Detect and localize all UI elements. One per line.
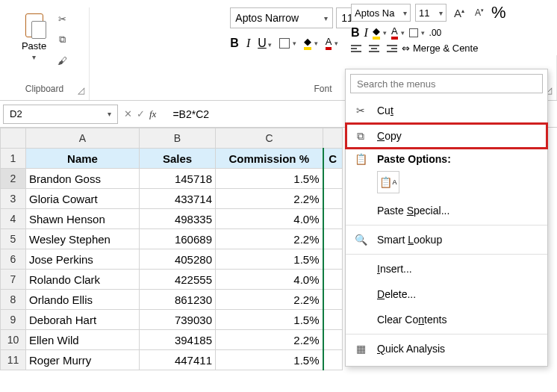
menu-item-smart-lookup[interactable]: 🔍 Smart Lookup (346, 227, 547, 252)
cut-icon[interactable]: ✂ (54, 10, 70, 27)
mini-shrink-font-button[interactable]: A▾ (472, 7, 487, 18)
menu-search-input[interactable] (350, 74, 543, 93)
mini-font-name-select[interactable]: Aptos Na▾ (351, 4, 411, 22)
cell-sales[interactable]: 145718 (140, 169, 216, 189)
row-header[interactable]: 2 (1, 169, 26, 189)
cell-d[interactable] (323, 209, 343, 229)
header-d-partial[interactable]: C (323, 149, 343, 169)
row-header[interactable]: 10 (1, 330, 26, 350)
cell-commission[interactable]: 2.2% (216, 290, 323, 310)
cell-name[interactable]: Deborah Hart (26, 310, 140, 330)
font-name-select[interactable]: Aptos Narrow ▾ (230, 7, 333, 28)
row-header[interactable]: 7 (1, 270, 26, 290)
row-header[interactable]: 4 (1, 209, 26, 229)
font-color-button[interactable]: A▾ (326, 36, 339, 50)
row-header[interactable]: 6 (1, 249, 26, 270)
cell-name[interactable]: Ellen Wild (26, 330, 140, 350)
cell-sales[interactable]: 160689 (140, 229, 216, 249)
col-header-A[interactable]: A (26, 128, 140, 149)
percent-button[interactable]: % (491, 3, 506, 22)
menu-item-quick-analysis[interactable]: ▦ Quick Analysis (346, 336, 547, 361)
menu-item-insert[interactable]: Insert... (346, 256, 547, 281)
mini-borders-button[interactable]: ▾ (409, 28, 425, 37)
menu-item-paste-special[interactable]: Paste Special... (346, 198, 547, 223)
cell-name[interactable]: Gloria Cowart (26, 189, 140, 209)
merge-center-button[interactable]: ⇔ Merge & Cente (402, 43, 478, 54)
cell-d[interactable] (323, 189, 343, 209)
underline-button[interactable]: U▾ (258, 37, 272, 50)
cell-d[interactable] (323, 290, 343, 310)
menu-item-copy[interactable]: ⧉ Copy (346, 123, 547, 149)
col-header-C[interactable]: C (216, 128, 323, 149)
align-center-icon[interactable] (369, 43, 379, 54)
cancel-formula-icon[interactable]: ✕ (124, 108, 132, 119)
format-painter-icon[interactable]: 🖌 (54, 52, 70, 69)
fx-icon[interactable]: fx (149, 108, 156, 120)
align-left-icon[interactable] (351, 43, 361, 54)
mini-italic-button[interactable]: I (364, 26, 368, 40)
formula-input[interactable]: =B2*C2 (162, 108, 209, 120)
cell-name[interactable]: Shawn Henson (26, 209, 140, 229)
paste-option-default[interactable]: 📋A (377, 171, 399, 193)
borders-button[interactable]: ▾ (279, 38, 296, 49)
cell-commission[interactable]: 1.5% (216, 249, 323, 270)
cell-d[interactable] (323, 169, 343, 189)
cell-commission[interactable]: 2.2% (216, 189, 323, 209)
header-sales[interactable]: Sales (140, 149, 216, 169)
cell-commission[interactable]: 1.5% (216, 310, 323, 330)
mini-bold-button[interactable]: B (351, 26, 360, 40)
cell-commission[interactable]: 2.2% (216, 229, 323, 249)
cell-name[interactable]: Jose Perkins (26, 249, 140, 270)
accept-formula-icon[interactable]: ✓ (137, 108, 145, 119)
clipboard-launcher-icon[interactable]: ◿ (78, 85, 84, 96)
cell-d[interactable] (323, 249, 343, 270)
row-header[interactable]: 8 (1, 290, 26, 310)
mini-font-color-button[interactable]: A▾ (391, 25, 405, 40)
row-header[interactable]: 9 (1, 310, 26, 330)
cell-commission[interactable]: 4.0% (216, 270, 323, 290)
mini-font-size-select[interactable]: 11▾ (415, 4, 446, 22)
header-commission[interactable]: Commission % (216, 149, 323, 169)
header-name[interactable]: Name (26, 149, 140, 169)
name-box[interactable]: D2 ▾ (3, 105, 118, 124)
row-header[interactable]: 3 (1, 189, 26, 209)
cell-commission[interactable]: 4.0% (216, 209, 323, 229)
row-header[interactable]: 11 (1, 350, 26, 370)
menu-item-cut[interactable]: ✂ Cut (346, 98, 547, 123)
fill-color-button[interactable]: ◆▾ (304, 36, 318, 50)
row-header[interactable]: 1 (1, 149, 26, 169)
bold-button[interactable]: B (230, 37, 239, 50)
cell-sales[interactable]: 422555 (140, 270, 216, 290)
col-header-D-partial[interactable] (323, 128, 343, 149)
cell-d[interactable] (323, 229, 343, 249)
cell-sales[interactable]: 405280 (140, 249, 216, 270)
paste-button[interactable]: Paste ▾ (19, 7, 49, 64)
cell-sales[interactable]: 447411 (140, 350, 216, 370)
mini-fill-color-button[interactable]: ◆▾ (373, 25, 387, 40)
cell-d[interactable] (323, 350, 343, 370)
cell-commission[interactable]: 2.2% (216, 330, 323, 350)
menu-item-clear-contents[interactable]: Clear Contents (346, 307, 547, 332)
cell-sales[interactable]: 861230 (140, 290, 216, 310)
cell-commission[interactable]: 1.5% (216, 169, 323, 189)
row-header[interactable]: 5 (1, 229, 26, 249)
decimal-button[interactable]: .00 (429, 28, 442, 38)
cell-sales[interactable]: 498335 (140, 209, 216, 229)
cell-sales[interactable]: 394185 (140, 330, 216, 350)
cell-name[interactable]: Rolando Clark (26, 270, 140, 290)
menu-item-delete[interactable]: Delete... (346, 281, 547, 307)
cell-d[interactable] (323, 270, 343, 290)
cell-name[interactable]: Orlando Ellis (26, 290, 140, 310)
cell-d[interactable] (323, 310, 343, 330)
italic-button[interactable]: I (246, 37, 250, 50)
mini-grow-font-button[interactable]: A▴ (451, 7, 467, 19)
cell-name[interactable]: Wesley Stephen (26, 229, 140, 249)
copy-icon[interactable]: ⧉ (54, 31, 70, 48)
cell-d[interactable] (323, 330, 343, 350)
cell-commission[interactable]: 1.5% (216, 350, 323, 370)
cell-sales[interactable]: 739030 (140, 310, 216, 330)
cell-name[interactable]: Brandon Goss (26, 169, 140, 189)
col-header-B[interactable]: B (140, 128, 216, 149)
select-all-corner[interactable] (1, 128, 26, 149)
cell-name[interactable]: Roger Murry (26, 350, 140, 370)
